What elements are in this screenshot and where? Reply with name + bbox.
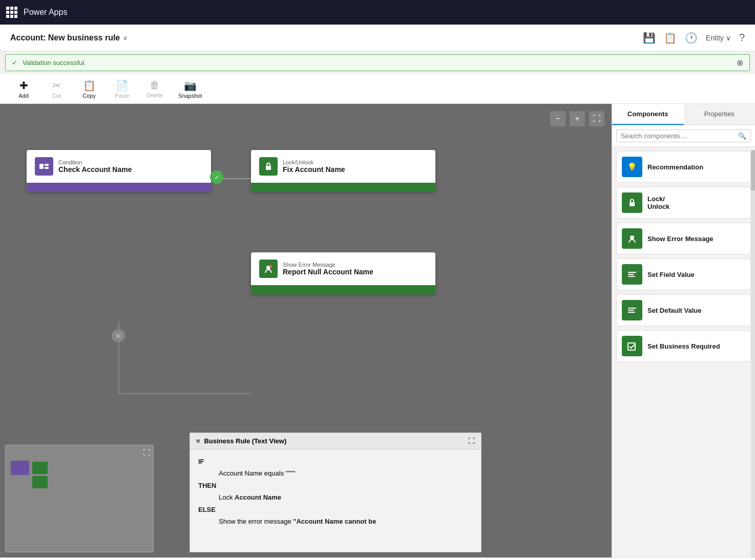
text-view-if-row: IF [198, 456, 473, 467]
text-view-title: ≡ Business Rule (Text View) [196, 437, 286, 445]
svg-rect-9 [628, 272, 636, 273]
tab-components[interactable]: Components [612, 104, 684, 125]
components-list: 💡 Recommendation Lock/Unlock [612, 147, 755, 557]
component-lock-unlock[interactable]: Lock/Unlock [616, 187, 751, 219]
component-show-error[interactable]: Show Error Message [616, 223, 751, 254]
error-node-header: ! Show Error Message Report Null Account… [251, 252, 435, 285]
canvas-area[interactable]: − + ⛶ Condition Check Account Name [0, 104, 612, 557]
entity-label: Entity [706, 34, 724, 42]
condition-footer [27, 183, 211, 192]
delete-button[interactable]: 🗑 Delete [139, 77, 170, 100]
svg-rect-11 [628, 276, 635, 277]
search-box: 🔍 [612, 125, 755, 147]
text-view-icon: ≡ [196, 437, 200, 445]
svg-rect-7 [630, 202, 635, 206]
lock-node-header: Lock/Unlock Fix Account Name [251, 150, 435, 183]
component-set-field-value[interactable]: Set Field Value [616, 259, 751, 290]
help-icon[interactable]: ? [739, 32, 745, 44]
error-footer [251, 285, 435, 294]
mini-lock-node [32, 462, 48, 474]
lock-footer [251, 183, 435, 192]
text-view-header: ≡ Business Rule (Text View) ⛶ [190, 433, 481, 449]
component-recommendation[interactable]: 💡 Recommendation [616, 151, 751, 183]
lock-node-text: Lock/Unlock Fix Account Name [283, 159, 345, 174]
mini-map-content [11, 461, 48, 488]
search-input[interactable] [621, 132, 738, 140]
text-view-expand-icon[interactable]: ⛶ [468, 437, 475, 445]
app-title: Power Apps [24, 8, 67, 17]
error-icon: ! [259, 260, 278, 278]
svg-rect-14 [628, 312, 635, 313]
lock-icon [259, 157, 278, 176]
set-field-comp-icon [622, 264, 642, 285]
save-icon[interactable]: 💾 [643, 32, 656, 44]
toolbar: ✚ Add ✂ Cut 📋 Copy 📄 Paste 🗑 Delete 📷 Sn… [0, 74, 755, 104]
error-node-text: Show Error Message Report Null Account N… [283, 262, 373, 276]
header-right: 💾 📋 🕐 Entity ∨ ? [643, 32, 745, 44]
condition-node[interactable]: Condition Check Account Name [27, 150, 211, 192]
add-icon: ✚ [19, 79, 28, 92]
zoom-out-button[interactable]: − [550, 111, 565, 126]
lock-unlock-node[interactable]: Lock/Unlock Fix Account Name [251, 150, 435, 192]
rule-title: Account: New business rule [10, 33, 120, 42]
chevron-down-icon[interactable]: ∨ [123, 34, 128, 41]
svg-rect-3 [266, 166, 271, 170]
lock-unlock-comp-icon [622, 192, 642, 213]
text-view-panel[interactable]: ≡ Business Rule (Text View) ⛶ IF Account… [190, 433, 481, 552]
copy-button[interactable]: 📋 Copy [74, 77, 104, 101]
connector-false-horizontal [118, 393, 251, 394]
error-node[interactable]: ! Show Error Message Report Null Account… [251, 252, 435, 294]
text-view-else-value-row: Show the error message "Account Name can… [198, 515, 473, 527]
svg-rect-1 [45, 164, 49, 166]
delete-icon: 🗑 [150, 79, 160, 91]
text-view-then-row: THEN [198, 480, 473, 491]
paste-button[interactable]: 📄 Paste [107, 77, 137, 101]
set-default-comp-icon [622, 300, 642, 320]
status-bar: Draft [0, 557, 755, 560]
cut-icon: ✂ [52, 79, 61, 92]
report-icon[interactable]: 📋 [664, 32, 677, 44]
scrollbar-track [751, 150, 755, 557]
history-icon[interactable]: 🕐 [685, 32, 698, 44]
text-view-body: IF Account Name equals """" THEN Lock Ac… [190, 449, 481, 552]
validation-close-icon[interactable]: ⊗ [737, 58, 743, 68]
condition-icon [35, 157, 53, 176]
scrollbar-thumb[interactable] [751, 150, 755, 191]
show-error-comp-icon [622, 228, 642, 249]
snapshot-icon: 📷 [184, 79, 197, 92]
text-view-else-row: ELSE [198, 504, 473, 515]
set-business-comp-icon [622, 336, 642, 356]
svg-rect-0 [39, 164, 44, 169]
header-left: Account: New business rule ∨ [10, 33, 128, 42]
panel-tabs: Components Properties [612, 104, 755, 125]
add-button[interactable]: ✚ Add [8, 77, 39, 101]
mini-error-node [32, 476, 48, 488]
validation-message: ✓ Validation successful. [12, 59, 86, 67]
entity-chevron-icon: ∨ [726, 34, 731, 42]
entity-button[interactable]: Entity ∨ [706, 34, 731, 42]
app-grid-icon[interactable] [6, 7, 17, 18]
component-set-default-value[interactable]: Set Default Value [616, 294, 751, 326]
validation-check-icon: ✓ [12, 59, 17, 67]
header: Account: New business rule ∨ 💾 📋 🕐 Entit… [0, 25, 755, 51]
fit-to-screen-button[interactable]: ⛶ [589, 111, 604, 126]
svg-rect-15 [628, 343, 635, 350]
text-view-condition-row: Account Name equals """" [198, 467, 473, 479]
zoom-in-button[interactable]: + [570, 111, 585, 126]
mini-map[interactable]: ⛶ [5, 445, 154, 552]
mini-condition-node [11, 461, 29, 475]
copy-icon: 📋 [83, 79, 96, 92]
validation-bar: ✓ Validation successful. ⊗ [5, 54, 750, 71]
mini-map-expand-icon[interactable]: ⛶ [143, 448, 150, 457]
condition-node-text: Condition Check Account Name [58, 159, 132, 174]
cut-button[interactable]: ✂ Cut [41, 77, 72, 101]
connector-false-vertical [118, 322, 119, 394]
text-view-then-value-row: Lock Account Name [198, 491, 473, 503]
svg-rect-2 [45, 167, 49, 169]
tab-properties[interactable]: Properties [684, 104, 756, 125]
canvas-controls: − + ⛶ [550, 111, 604, 126]
snapshot-button[interactable]: 📷 Snapshot [172, 77, 208, 101]
search-input-wrap: 🔍 [616, 130, 751, 142]
component-set-business-required[interactable]: Set Business Required [616, 330, 751, 362]
search-icon: 🔍 [738, 132, 746, 140]
